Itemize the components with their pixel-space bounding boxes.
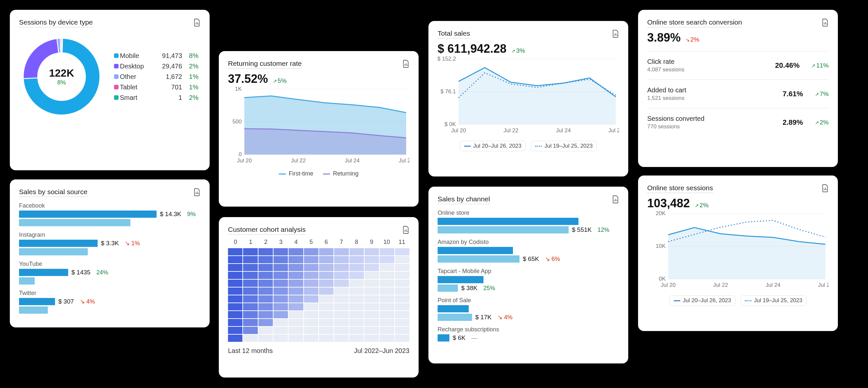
legend-swatch xyxy=(114,53,119,58)
cohort-cell xyxy=(288,311,303,318)
card-title[interactable]: Customer cohort analysis xyxy=(228,226,306,235)
donut-center: 122K 8% xyxy=(49,67,74,86)
cohort-cell xyxy=(228,272,242,279)
legend-delta: 1% xyxy=(182,73,198,80)
cohort-cell xyxy=(349,248,364,255)
cohort-cell xyxy=(319,327,334,334)
cohort-cell xyxy=(288,248,303,255)
cohort-cell xyxy=(334,256,348,263)
cohort-cell xyxy=(349,311,364,318)
cohort-col-header: 2 xyxy=(258,239,273,246)
cohort-cell xyxy=(380,264,394,271)
cohort-cell xyxy=(243,248,257,255)
report-icon[interactable] xyxy=(822,184,829,193)
hbar-group: Tapcart - Mobile App$ 38K25% xyxy=(438,268,619,292)
card-title[interactable]: Sessions by device type xyxy=(19,18,93,28)
hbar-previous xyxy=(438,255,520,263)
svg-text:Jul 26: Jul 26 xyxy=(818,282,829,288)
cohort-cell xyxy=(365,248,379,255)
svg-text:500: 500 xyxy=(232,119,242,125)
cohort-cell xyxy=(304,295,318,302)
report-icon[interactable] xyxy=(612,195,619,204)
cohort-cell xyxy=(380,335,394,342)
hbar-group: Instagram$ 3.3K↘ 1% xyxy=(19,231,200,255)
cohort-cell xyxy=(395,303,409,311)
metric-label: Added to cart xyxy=(647,87,686,94)
cohort-cell xyxy=(258,303,273,311)
cohort-col-header: 1 xyxy=(243,239,258,246)
cohort-cell xyxy=(319,303,334,311)
hbar-value: $ 65K xyxy=(523,255,539,263)
card-sessions-by-device: Sessions by device type 122K 8% Mobile91… xyxy=(10,10,210,170)
cohort-cell xyxy=(334,288,348,295)
cohort-cell xyxy=(349,303,364,311)
legend-swatch xyxy=(114,95,119,100)
cohort-cell xyxy=(395,264,409,271)
report-icon[interactable] xyxy=(612,29,619,38)
hbar-delta: 9% xyxy=(187,211,196,218)
hbar-delta: ↘ 4% xyxy=(498,314,513,321)
cohort-cell xyxy=(258,248,273,255)
legend-item[interactable]: First-time xyxy=(279,170,313,177)
hbar-label: Twitter xyxy=(19,290,200,297)
hbar-label: Instagram xyxy=(19,231,200,238)
metric-sublabel: 1,521 sessions xyxy=(647,95,686,101)
cohort-cell xyxy=(243,295,257,302)
cohort-cell xyxy=(319,288,334,295)
cohort-cell xyxy=(304,280,318,287)
cohort-cell xyxy=(274,303,288,311)
hbar-delta: 12% xyxy=(597,227,609,233)
cohort-cell xyxy=(274,311,288,318)
legend-previous-period[interactable]: Jul 19–Jul 25, 2023 xyxy=(531,141,597,151)
legend-current-period[interactable]: Jul 20–Jul 26, 2023 xyxy=(460,141,526,151)
legend-swatch xyxy=(279,173,286,174)
svg-text:Jul 22: Jul 22 xyxy=(503,127,518,134)
legend-item[interactable]: Returning xyxy=(323,170,358,177)
svg-text:Jul 20: Jul 20 xyxy=(661,282,675,288)
card-title[interactable]: Online store search conversion xyxy=(647,18,742,28)
hbar-previous xyxy=(438,314,472,321)
report-icon[interactable] xyxy=(822,18,829,27)
legend-current-period[interactable]: Jul 20–Jul 26, 2023 xyxy=(670,295,735,306)
cohort-cell xyxy=(304,264,318,271)
cohort-cell xyxy=(349,319,364,326)
svg-text:Jul 26: Jul 26 xyxy=(608,127,619,134)
hbar-label: Online store xyxy=(438,209,619,217)
card-title[interactable]: Total sales xyxy=(438,29,470,39)
card-title[interactable]: Online store sessions xyxy=(647,184,713,193)
hbar-delta: ↘ 1% xyxy=(125,240,140,247)
card-title[interactable]: Sales by channel xyxy=(438,195,490,204)
svg-text:Jul 22: Jul 22 xyxy=(713,282,728,288)
hbar-delta: 24% xyxy=(96,269,108,276)
card-title[interactable]: Returning customer rate xyxy=(228,60,302,69)
report-icon[interactable] xyxy=(402,226,409,234)
legend-previous-period[interactable]: Jul 19–Jul 25, 2023 xyxy=(741,295,806,306)
report-icon[interactable] xyxy=(193,188,200,196)
returning-legend: First-timeReturning xyxy=(228,170,409,177)
cohort-cell xyxy=(349,256,364,263)
svg-text:Jul 24: Jul 24 xyxy=(556,127,570,134)
cohort-cell xyxy=(228,288,242,295)
legend-value: 701 xyxy=(156,84,182,91)
cohort-cell xyxy=(365,295,379,302)
legend-delta: 2% xyxy=(182,63,198,70)
legend-value: 91,473 xyxy=(156,52,182,60)
cohort-cell xyxy=(380,288,394,295)
report-icon[interactable] xyxy=(402,60,409,68)
hbar-current xyxy=(438,334,450,342)
svg-text:10K: 10K xyxy=(656,243,666,249)
svg-text:Jul 24: Jul 24 xyxy=(345,158,360,164)
legend-label: Other xyxy=(120,73,156,80)
cohort-cell xyxy=(349,288,364,295)
total-sales-value: $ 611,942.28 xyxy=(438,42,506,56)
cohort-cell xyxy=(304,335,318,342)
cohort-cell xyxy=(288,295,303,302)
card-total-sales: Total sales $ 611,942.28 ↗3% $ 152.2$ 76… xyxy=(428,21,628,176)
cohort-cell xyxy=(319,335,334,342)
cohort-cell xyxy=(349,295,364,302)
cohort-cell xyxy=(288,335,303,342)
report-icon[interactable] xyxy=(193,18,200,27)
cohort-footer-range: Jul 2022–Jun 2023 xyxy=(354,347,409,355)
card-title[interactable]: Sales by social source xyxy=(19,188,88,197)
cohort-cell xyxy=(288,327,303,334)
